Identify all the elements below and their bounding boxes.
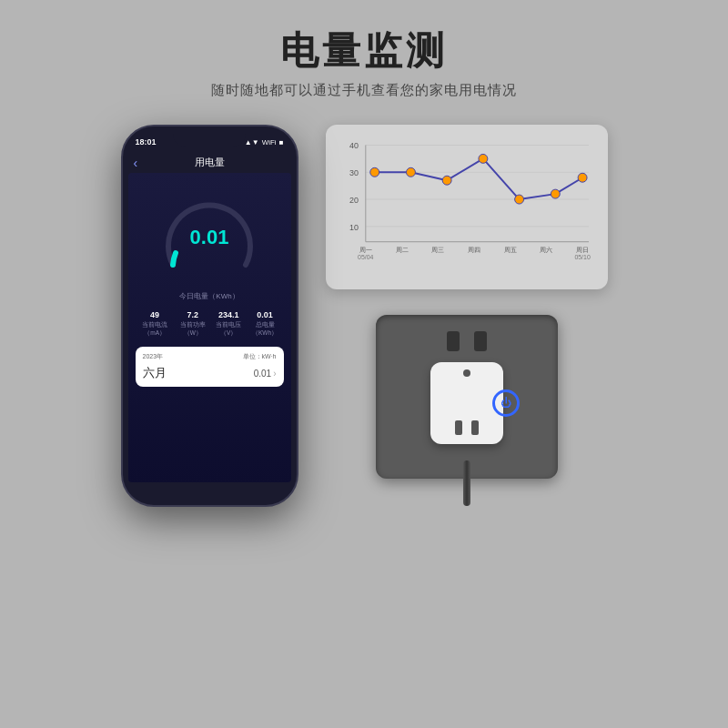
stat-power-value: 7.2 bbox=[175, 310, 211, 319]
svg-text:周二: 周二 bbox=[395, 246, 408, 254]
chart-card: 40 30 20 10 bbox=[326, 125, 608, 289]
gauge-value: 0.01 bbox=[190, 226, 229, 249]
svg-text:周三: 周三 bbox=[431, 246, 444, 254]
page-container: 电量监测 随时随地都可以通过手机查看您的家电用电情况 18:01 ▲▼ WiFi… bbox=[0, 0, 728, 728]
stat-current-label: 当前电流（mA） bbox=[136, 321, 175, 338]
socket-plate: ⏻ bbox=[376, 315, 558, 479]
stat-total-value: 0.01 bbox=[247, 310, 284, 319]
svg-text:周日: 周日 bbox=[576, 246, 589, 254]
stat-total-label: 总电量（KWh） bbox=[247, 321, 284, 338]
history-unit: 单位：kW·h bbox=[243, 352, 277, 361]
svg-point-15 bbox=[551, 189, 560, 198]
svg-point-14 bbox=[514, 195, 523, 204]
svg-point-11 bbox=[406, 167, 415, 177]
main-title: 电量监测 bbox=[211, 25, 517, 76]
stat-total: 0.01 总电量（KWh） bbox=[247, 310, 284, 338]
history-amount-value: 0.01 bbox=[254, 369, 271, 379]
title-section: 电量监测 随时随地都可以通过手机查看您的家电用电情况 bbox=[211, 25, 517, 99]
plug-prong-left bbox=[455, 420, 462, 435]
chart-area: 40 30 20 10 bbox=[340, 137, 593, 278]
gauge-label: 今日电量（KWh） bbox=[179, 291, 238, 301]
phone-nav-bar: ‹ 用电量 bbox=[123, 152, 297, 173]
svg-text:10: 10 bbox=[349, 223, 358, 232]
phone-back-button[interactable]: ‹ bbox=[134, 156, 138, 170]
stat-voltage: 234.1 当前电压（V） bbox=[211, 310, 247, 338]
svg-point-13 bbox=[478, 154, 487, 163]
socket-hole-right bbox=[474, 331, 487, 351]
svg-point-12 bbox=[442, 176, 451, 185]
right-column: 40 30 20 10 bbox=[326, 125, 608, 479]
content-area: 18:01 ▲▼ WiFi ■ ‹ 用电量 bbox=[0, 125, 728, 507]
power-icon: ⏻ bbox=[500, 397, 511, 410]
svg-text:05/04: 05/04 bbox=[358, 254, 374, 260]
phone-mockup: 18:01 ▲▼ WiFi ■ ‹ 用电量 bbox=[121, 125, 298, 507]
phone-status-icons: ▲▼ WiFi ■ bbox=[245, 138, 284, 147]
phone-notch bbox=[173, 126, 246, 147]
phone-nav-title: 用电量 bbox=[195, 156, 225, 169]
gauge-circle: 0.01 bbox=[159, 187, 259, 288]
plug-prong-right bbox=[471, 420, 479, 435]
stat-current-value: 49 bbox=[136, 310, 175, 319]
history-month: 六月 bbox=[143, 365, 167, 381]
svg-text:05/10: 05/10 bbox=[574, 254, 591, 260]
history-card: 2023年 单位：kW·h 六月 0.01 › bbox=[136, 347, 284, 387]
stat-current: 49 当前电流（mA） bbox=[136, 310, 175, 338]
stat-voltage-label: 当前电压（V） bbox=[211, 321, 247, 338]
svg-text:周六: 周六 bbox=[540, 246, 552, 254]
socket-hole-left bbox=[447, 331, 460, 351]
phone-screen: 0.01 今日电量（KWh） 49 当前电流（mA） 7.2 当前功率（W） 2… bbox=[128, 173, 291, 482]
chevron-right-icon: › bbox=[273, 369, 276, 379]
history-amount: 0.01 › bbox=[254, 369, 277, 379]
subtitle: 随时随地都可以通过手机查看您的家电用电情况 bbox=[211, 82, 517, 99]
plug-indicator bbox=[463, 369, 470, 377]
power-button[interactable]: ⏻ bbox=[492, 389, 520, 417]
svg-text:30: 30 bbox=[349, 168, 358, 177]
svg-text:周一: 周一 bbox=[359, 246, 371, 254]
stat-power: 7.2 当前功率（W） bbox=[175, 310, 211, 338]
svg-text:20: 20 bbox=[349, 196, 358, 205]
stats-row: 49 当前电流（mA） 7.2 当前功率（W） 234.1 当前电压（V） 0.… bbox=[136, 310, 284, 338]
history-header: 2023年 单位：kW·h bbox=[143, 352, 277, 361]
svg-point-10 bbox=[369, 167, 379, 177]
gauge-area: 0.01 今日电量（KWh） bbox=[136, 187, 284, 301]
stat-power-label: 当前功率（W） bbox=[175, 321, 211, 338]
phone-time: 18:01 bbox=[136, 137, 157, 147]
svg-text:周五: 周五 bbox=[503, 246, 516, 254]
history-year: 2023年 bbox=[143, 352, 164, 361]
svg-point-16 bbox=[578, 173, 587, 182]
plug-prongs bbox=[455, 420, 479, 435]
history-row[interactable]: 六月 0.01 › bbox=[143, 365, 277, 381]
power-cable bbox=[463, 460, 470, 506]
stat-voltage-value: 234.1 bbox=[211, 310, 247, 319]
socket-section: ⏻ bbox=[376, 315, 558, 479]
socket-holes bbox=[447, 331, 487, 351]
svg-text:周四: 周四 bbox=[467, 246, 480, 254]
chart-svg: 40 30 20 10 bbox=[340, 137, 593, 278]
svg-text:40: 40 bbox=[349, 141, 358, 150]
